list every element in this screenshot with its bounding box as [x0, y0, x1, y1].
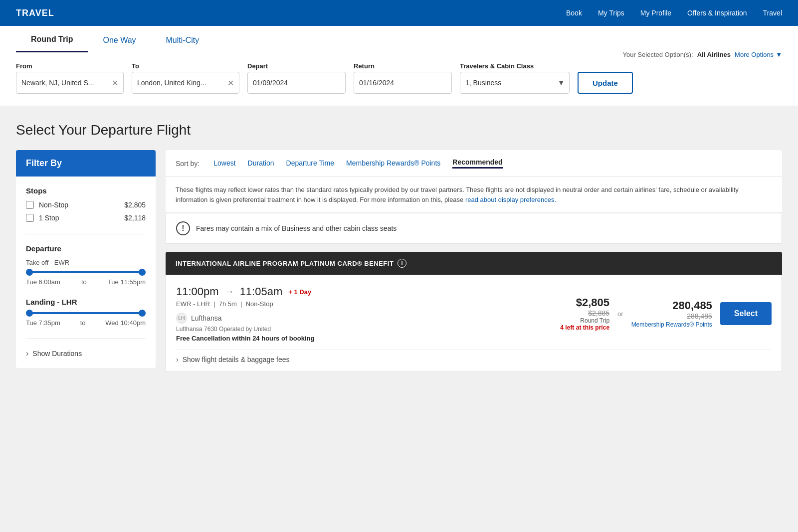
- airline-row: LH Lufthansa: [176, 313, 552, 324]
- onestop-checkbox[interactable]: [26, 214, 34, 222]
- depart-input-wrap[interactable]: [247, 72, 346, 94]
- departure-title: Departure: [26, 244, 146, 253]
- selected-options-value: All Airlines: [697, 51, 731, 58]
- price-original: $2,885: [560, 309, 609, 317]
- landing-slider[interactable]: [26, 312, 146, 314]
- sort-membership-rewards[interactable]: Membership Rewards® Points: [346, 159, 440, 168]
- chevron-down-icon: ▼: [776, 51, 782, 58]
- more-options-label: More Options: [735, 51, 774, 58]
- departure-slider[interactable]: [26, 271, 146, 273]
- landing-slider-left[interactable]: [26, 310, 33, 317]
- return-label: Return: [354, 62, 452, 70]
- travelers-select[interactable]: 1, Business: [460, 72, 570, 94]
- depart-time: 11:00pm: [176, 285, 219, 298]
- price-current: $2,805: [560, 296, 609, 309]
- nav-links: Book My Trips My Profile Offers & Inspir…: [566, 9, 782, 17]
- return-input-wrap[interactable]: [354, 72, 452, 94]
- landing-slider-right[interactable]: [139, 310, 146, 317]
- nonstop-label: Non-Stop: [39, 201, 119, 209]
- arrow-icon: →: [225, 287, 234, 297]
- update-field-group: Update: [578, 72, 633, 94]
- filter-item-nonstop: Non-Stop $2,805: [26, 201, 146, 209]
- selected-options-label: Your Selected Option(s):: [622, 51, 693, 58]
- landing-start-label: Tue 7:35pm: [26, 319, 60, 327]
- search-fields: From ✕ To ✕ Depart Return: [16, 62, 782, 94]
- flight-info: 11:00pm → 11:05am + 1 Day EWR - LHR | 7h…: [176, 285, 552, 342]
- landing-range-labels: Tue 7:35pm to Wed 10:40pm: [26, 319, 146, 327]
- sort-label: Sort by:: [176, 160, 200, 168]
- sort-lowest[interactable]: Lowest: [213, 159, 235, 168]
- from-input[interactable]: [21, 79, 109, 87]
- to-input[interactable]: [137, 79, 224, 87]
- nav-offers[interactable]: Offers & Inspiration: [687, 9, 747, 17]
- show-details-row[interactable]: › Show flight details & baggage fees: [176, 349, 772, 363]
- tab-one-way[interactable]: One Way: [88, 26, 151, 52]
- update-button[interactable]: Update: [578, 72, 633, 94]
- from-clear-icon[interactable]: ✕: [112, 78, 118, 88]
- points-link[interactable]: Membership Rewards® Points: [631, 321, 712, 328]
- tab-round-trip[interactable]: Round Trip: [16, 26, 88, 52]
- sort-departure-time[interactable]: Departure Time: [286, 159, 334, 168]
- nav-travel[interactable]: Travel: [763, 9, 782, 17]
- disclaimer-text: These flights may reflect lower rates th…: [176, 186, 739, 203]
- airline-name: Lufthansa: [191, 314, 222, 322]
- tab-multi-city[interactable]: Multi-City: [151, 26, 214, 52]
- iap-banner: INTERNATIONAL AIRLINE PROGRAM PLATINUM C…: [166, 252, 782, 275]
- depart-input[interactable]: [253, 79, 340, 87]
- to-clear-icon[interactable]: ✕: [227, 78, 234, 88]
- arrive-time: 11:05am: [240, 285, 283, 298]
- sort-bar: Sort by: Lowest Duration Departure Time …: [166, 150, 782, 177]
- return-input[interactable]: [359, 79, 446, 87]
- travelers-field-group: Travelers & Cabin Class 1, Business ▼: [460, 62, 570, 94]
- select-button[interactable]: Select: [720, 302, 772, 325]
- flight-route-info: EWR - LHR | 7h 5m | Non-Stop: [176, 300, 552, 308]
- nav-book[interactable]: Book: [566, 9, 582, 17]
- section-title: Select Your Departure Flight: [16, 122, 782, 138]
- duration: 7h 5m: [219, 300, 237, 308]
- iap-info-icon[interactable]: i: [398, 259, 406, 268]
- flight-card: 11:00pm → 11:05am + 1 Day EWR - LHR | 7h…: [166, 275, 782, 372]
- sort-recommended[interactable]: Recommended: [452, 158, 502, 169]
- disclaimer-link[interactable]: read about display preferences.: [465, 196, 556, 203]
- departure-section: Departure Take off - EWR Tue 6:00am to T…: [26, 244, 146, 286]
- disclaimer-box: These flights may reflect lower rates th…: [166, 177, 782, 213]
- free-cancel: Free Cancellation within 24 hours of boo…: [176, 335, 552, 342]
- travelers-label: Travelers & Cabin Class: [460, 62, 570, 70]
- landing-section: Landing - LHR Tue 7:35pm to Wed 10:40pm: [26, 298, 146, 327]
- filter-body: Stops Non-Stop $2,805 1 Stop $2,118 Depa…: [16, 177, 156, 368]
- landing-title: Landing - LHR: [26, 298, 146, 306]
- or-divider: or: [617, 310, 623, 318]
- nav-my-trips[interactable]: My Trips: [598, 9, 624, 17]
- search-panel: Round Trip One Way Multi-City Your Selec…: [0, 26, 798, 106]
- nonstop-checkbox[interactable]: [26, 201, 34, 209]
- airline-logo: LH: [176, 313, 187, 324]
- onestop-label: 1 Stop: [39, 214, 119, 222]
- departure-slider-left[interactable]: [26, 269, 33, 276]
- departure-to-label: to: [81, 278, 87, 286]
- price-type: Round Trip: [560, 317, 609, 324]
- from-input-wrap[interactable]: ✕: [16, 72, 124, 94]
- price-main: $2,805 $2,885 Round Trip 4 left at this …: [560, 296, 609, 331]
- from-label: From: [16, 62, 124, 70]
- content-layout: Filter By Stops Non-Stop $2,805 1 Stop $…: [16, 150, 782, 372]
- day-change: + 1 Day: [288, 288, 311, 296]
- nav-my-profile[interactable]: My Profile: [640, 9, 671, 17]
- brand-logo: TRAVEL: [16, 8, 54, 18]
- departure-end-label: Tue 11:55pm: [108, 278, 146, 286]
- navigation: TRAVEL Book My Trips My Profile Offers &…: [0, 0, 798, 26]
- landing-end-label: Wed 10:40pm: [105, 319, 146, 327]
- departure-sub: Take off - EWR: [26, 259, 146, 266]
- show-durations-row[interactable]: › Show Durations: [26, 349, 146, 358]
- price-section: $2,805 $2,885 Round Trip 4 left at this …: [560, 296, 772, 331]
- trip-type-tabs: Round Trip One Way Multi-City: [16, 26, 214, 52]
- flight-main-row: 11:00pm → 11:05am + 1 Day EWR - LHR | 7h…: [176, 285, 772, 342]
- route: EWR - LHR: [176, 300, 210, 308]
- from-field-group: From ✕: [16, 62, 124, 94]
- to-input-wrap[interactable]: ✕: [132, 72, 239, 94]
- points-current: 280,485: [631, 299, 712, 312]
- departure-start-label: Tue 6:00am: [26, 278, 60, 286]
- flight-times: 11:00pm → 11:05am + 1 Day: [176, 285, 552, 298]
- more-options-link[interactable]: More Options ▼: [735, 51, 782, 58]
- departure-slider-right[interactable]: [139, 269, 146, 276]
- sort-duration[interactable]: Duration: [248, 159, 274, 168]
